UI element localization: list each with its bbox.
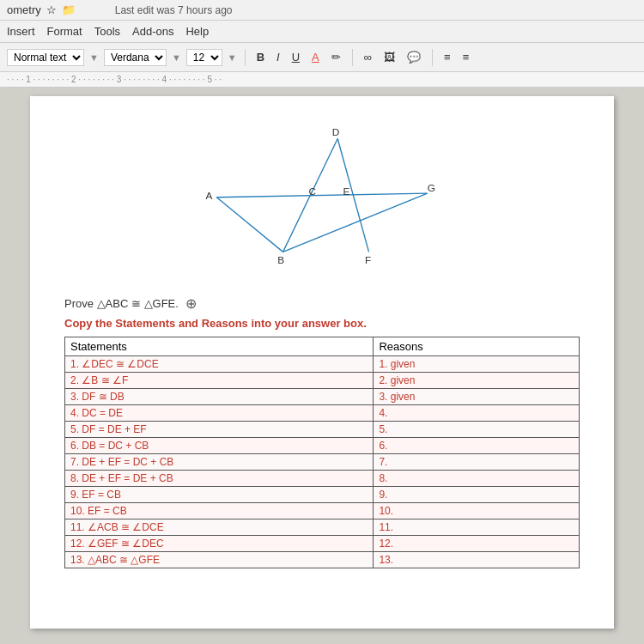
point-D-label: D xyxy=(332,126,340,138)
toolbar: Normal text ▼ Verdana ▼ 12 ▼ B I U A ✏ ∞… xyxy=(0,43,644,72)
reason-cell: 7. xyxy=(374,454,580,471)
reason-cell: 10. xyxy=(374,503,580,519)
statement-cell: 1. ∠DEC ≅ ∠DCE xyxy=(65,356,374,373)
align-right-button[interactable]: ≡ xyxy=(440,49,454,65)
table-row: 8. DE + EF = DE + CB8. xyxy=(65,471,580,487)
statement-cell: 5. DF = DE + EF xyxy=(65,422,374,438)
align-left-button[interactable]: ≡ xyxy=(459,49,473,65)
svg-line-0 xyxy=(216,193,427,197)
table-row: 7. DE + EF = DC + CB7. xyxy=(65,454,580,471)
reason-cell: 6. xyxy=(374,438,580,454)
star-icon[interactable]: ☆ xyxy=(46,3,57,16)
proof-table: Statements Reasons 1. ∠DEC ≅ ∠DCE1. give… xyxy=(64,337,580,568)
italic-button[interactable]: I xyxy=(273,49,283,65)
page: A B C D E F G Prove △ABC ≅ △GFE. ⊕ Copy … xyxy=(30,96,614,629)
statement-cell: 2. ∠B ≅ ∠F xyxy=(65,373,374,389)
statement-cell: 6. DB = DC + CB xyxy=(65,438,374,454)
reason-cell: 1. given xyxy=(374,356,580,373)
point-C-label: C xyxy=(309,185,317,197)
prove-text-content: Prove △ABC ≅ △GFE. xyxy=(64,297,179,310)
table-row: 1. ∠DEC ≅ ∠DCE1. given xyxy=(65,356,580,373)
font-select[interactable]: Verdana xyxy=(104,49,167,66)
divider-3 xyxy=(432,49,433,66)
divider-1 xyxy=(245,49,246,66)
statement-cell: 4. DC = DE xyxy=(65,405,374,422)
menu-insert[interactable]: Insert xyxy=(7,25,35,38)
statement-cell: 7. DE + EF = DC + CB xyxy=(65,454,374,471)
statement-cell: 11. ∠ACB ≅ ∠DCE xyxy=(65,519,374,536)
divider-2 xyxy=(352,49,353,66)
reason-cell: 5. xyxy=(374,422,580,438)
menu-addons[interactable]: Add-ons xyxy=(132,25,173,38)
statement-cell: 13. △ABC ≅ △GFE xyxy=(65,552,374,568)
reason-cell: 11. xyxy=(374,519,580,536)
move-icon: ⊕ xyxy=(185,295,197,312)
diagram-container: A B C D E F G xyxy=(64,113,580,285)
highlight-button[interactable]: ✏ xyxy=(328,49,344,65)
statement-cell: 3. DF ≅ DB xyxy=(65,389,374,405)
table-row: 6. DB = DC + CB6. xyxy=(65,438,580,454)
table-row: 13. △ABC ≅ △GFE13. xyxy=(65,552,580,568)
title-bar: ometry ☆ 📁 Last edit was 7 hours ago xyxy=(0,0,644,21)
statement-cell: 8. DE + EF = DE + CB xyxy=(65,471,374,487)
ruler: · · · · 1 · · · · · · · · 2 · · · · · · … xyxy=(0,72,644,88)
font-color-button[interactable]: A xyxy=(308,49,323,65)
table-row: 12. ∠GEF ≅ ∠DEC12. xyxy=(65,536,580,552)
bold-button[interactable]: B xyxy=(253,49,268,65)
reason-cell: 3. given xyxy=(374,389,580,405)
reason-cell: 4. xyxy=(374,405,580,422)
geometry-diagram: A B C D E F G xyxy=(193,113,451,285)
point-B-label: B xyxy=(277,254,284,266)
reason-cell: 2. given xyxy=(374,373,580,389)
size-select[interactable]: 12 xyxy=(186,49,222,66)
doc-title: ometry xyxy=(7,3,41,16)
statements-header: Statements xyxy=(65,337,374,356)
table-row: 3. DF ≅ DB3. given xyxy=(65,389,580,405)
reason-cell: 9. xyxy=(374,487,580,503)
table-row: 2. ∠B ≅ ∠F2. given xyxy=(65,373,580,389)
statement-cell: 10. EF = CB xyxy=(65,503,374,519)
statement-cell: 12. ∠GEF ≅ ∠DEC xyxy=(65,536,374,552)
table-row: 4. DC = DE4. xyxy=(65,405,580,422)
link-button[interactable]: ∞ xyxy=(361,49,375,65)
comment-button[interactable]: 💬 xyxy=(404,49,424,65)
reason-cell: 12. xyxy=(374,536,580,552)
table-row: 10. EF = CB10. xyxy=(65,503,580,519)
point-A-label: A xyxy=(206,190,213,202)
svg-line-1 xyxy=(216,197,283,252)
point-G-label: G xyxy=(428,182,435,194)
style-select[interactable]: Normal text xyxy=(7,49,84,66)
reasons-header: Reasons xyxy=(374,337,580,356)
menu-bar: Insert Format Tools Add-ons Help xyxy=(0,21,644,43)
point-E-label: E xyxy=(343,185,350,197)
menu-format[interactable]: Format xyxy=(47,25,82,38)
prove-statement: Prove △ABC ≅ △GFE. ⊕ xyxy=(64,295,580,312)
menu-help[interactable]: Help xyxy=(185,25,209,38)
statement-cell: 9. EF = CB xyxy=(65,487,374,503)
menu-tools[interactable]: Tools xyxy=(94,25,120,38)
copy-instruction: Copy the Statements and Reasons into you… xyxy=(64,317,580,330)
image-button[interactable]: 🖼 xyxy=(380,49,398,65)
table-row: 9. EF = CB9. xyxy=(65,487,580,503)
last-edit-text: Last edit was 7 hours ago xyxy=(115,4,233,16)
folder-icon[interactable]: 📁 xyxy=(62,3,76,16)
underline-button[interactable]: U xyxy=(289,49,303,65)
doc-area: A B C D E F G Prove △ABC ≅ △GFE. ⊕ Copy … xyxy=(0,88,644,644)
table-row: 11. ∠ACB ≅ ∠DCE11. xyxy=(65,519,580,536)
point-F-label: F xyxy=(365,254,371,266)
reason-cell: 13. xyxy=(374,552,580,568)
reason-cell: 8. xyxy=(374,471,580,487)
table-row: 5. DF = DE + EF5. xyxy=(65,422,580,438)
